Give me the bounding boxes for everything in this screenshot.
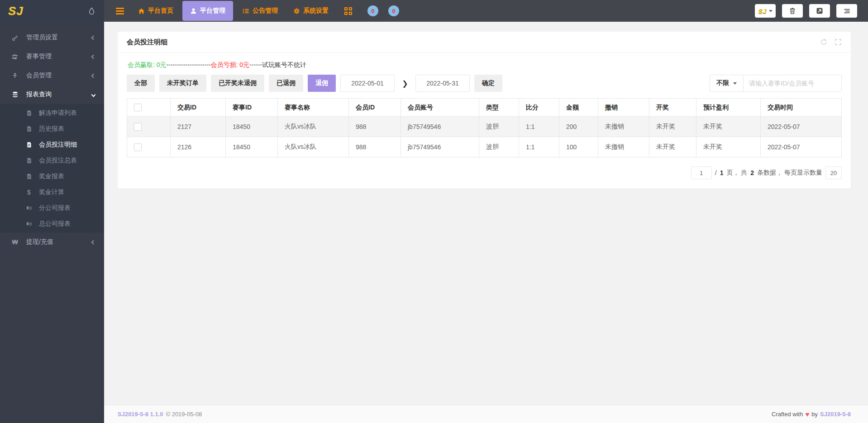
logo-text: SJ [8,4,24,18]
sidebar-item-admin-settings[interactable]: 管理员设置 [0,28,104,47]
menu-list-icon [843,8,851,14]
col-header: 会员ID [349,99,401,117]
filter-undrawn-orders-button[interactable]: 未开奖订单 [159,75,206,92]
confirm-button[interactable]: 确定 [474,75,502,92]
nav-item-system-settings[interactable]: 系统设置 [286,0,336,22]
document-icon [25,173,33,180]
refresh-icon[interactable] [820,38,827,46]
menu-list-button[interactable] [836,4,857,18]
nav-item-label: 公告管理 [253,7,278,15]
sidebar-subitem-member-bet-detail[interactable]: 会员投注明细 [0,137,104,152]
scope-dropdown-button[interactable]: 不限 [710,75,744,91]
nav-item-platform-home[interactable]: 平台首页 [130,0,181,22]
sidebar-subitem-unfreeze-list[interactable]: 解冻申请列表 [0,105,104,121]
droplet-icon[interactable] [88,7,95,15]
notification-badge-1[interactable]: 0 [367,5,378,16]
dollar-icon: $ [25,189,33,196]
cell-expected-profit: 未开奖 [696,137,761,157]
sidebar-subitem-label: 解冻申请列表 [39,109,77,117]
crafted-by-text: by [811,411,818,418]
document-icon [25,142,33,148]
external-link-button[interactable] [809,4,830,18]
sidebar-subitem-branch-report[interactable]: 分公司报表 [0,200,104,216]
footer-brand-link[interactable]: SJ2019-5-8 [820,411,851,418]
sidebar-subitem-head-office-report[interactable]: 总公司报表 [0,216,104,232]
logo-dropdown-button[interactable]: SJ [755,4,776,18]
col-header: 开奖 [649,99,696,117]
bet-detail-table: 交易ID 赛事ID 赛事名称 会员ID 会员账号 类型 比分 金额 撤销 开奖 … [127,98,842,157]
sidebar-item-report-query[interactable]: 报表查询 [0,85,104,104]
cell-trade-time: 2022-05-07 [761,117,842,137]
cell-cancel-status: 未撤销 [598,137,649,157]
fullscreen-icon[interactable] [835,38,842,46]
sidebar-subitem-member-bet-summary[interactable]: 会员投注总表 [0,152,104,168]
select-all-checkbox[interactable] [134,104,142,111]
sidebar-subitem-bonus-calc[interactable]: $ 奖金计算 [0,184,104,200]
sidebar-subitem-bonus-report[interactable]: 奖金报表 [0,168,104,184]
list-report-icon [25,205,33,211]
chevron-left-icon [91,73,96,78]
date-from-input[interactable] [340,75,395,92]
sidebar-item-withdraw-deposit[interactable]: ₩ 提现/充值 [0,233,104,252]
col-header: 预计盈利 [696,99,761,117]
sidebar-item-member-manage[interactable]: 会员管理 [0,66,104,85]
filter-all-button[interactable]: 全部 [127,75,155,92]
search-input[interactable] [744,75,841,91]
won-currency-icon: ₩ [11,238,19,246]
filter-drawn-unrebated-button[interactable]: 已开奖未退佣 [211,75,264,92]
total-pages: 1 [720,169,724,176]
top-navbar: SJ 平台首页 平台管理 公告管理 [0,0,868,22]
filter-rebate-button-active[interactable]: 退佣 [308,75,336,92]
filter-row: 全部 未开奖订单 已开奖未退佣 已退佣 退佣 ❯ 确定 不限 [127,75,842,92]
footer-version-link[interactable]: SJ2019-5-8 1.1.0 [118,411,163,418]
col-header: 会员账号 [401,99,479,117]
member-win-value: 0元 [157,61,167,68]
person-icon [11,72,19,79]
sidebar-item-label: 提现/充值 [26,238,53,246]
hamburger-icon[interactable] [110,8,130,14]
card-body: 会员赢取: 0元---------------------会员亏损: 0元---… [118,53,851,188]
cell-expected-profit: 未开奖 [696,117,761,137]
col-header: 赛事ID [226,99,278,117]
trash-button[interactable] [782,4,803,18]
cell-draw-status: 未开奖 [649,137,696,157]
sidebar-item-match-manage[interactable]: 赛事管理 [0,47,104,66]
filter-rebated-button[interactable]: 已退佣 [269,75,303,92]
row-checkbox[interactable] [134,143,142,151]
member-loss-value: 0元 [239,61,249,68]
sidebar-subitem-history-report[interactable]: 历史报表 [0,121,104,137]
date-to-input[interactable] [415,75,470,92]
row-checkbox[interactable] [134,123,142,131]
nav-item-platform-manage[interactable]: 平台管理 [182,1,233,21]
stats-note: 试玩账号不统计 [262,61,306,68]
caret-down-icon [733,82,737,86]
report-submenu: 解冻申请列表 历史报表 会员投注明细 会员投注总表 奖金报表 $ 奖金计算 分公… [0,104,104,233]
col-header: 交易ID [171,99,226,117]
grid-apps-icon[interactable] [344,7,352,15]
footer-copyright: © 2019-05-08 [166,411,202,418]
col-header: 类型 [479,99,519,117]
cell-match-id: 18450 [226,137,278,157]
pager-label-items: 条数据， 每页显示数量 [757,169,822,177]
database-icon [11,91,19,98]
nav-item-announcement-manage[interactable]: 公告管理 [234,0,286,22]
table-header-row: 交易ID 赛事ID 赛事名称 会员ID 会员账号 类型 比分 金额 撤销 开奖 … [127,99,842,117]
document-icon [25,126,33,132]
group-icon [11,53,19,60]
pager-label-pages: 页， 共 [726,169,747,177]
sidebar-subitem-label: 分公司报表 [39,204,71,212]
cell-amount: 200 [559,117,598,137]
sidebar-subitem-label: 会员投注明细 [39,141,77,149]
notification-badge-2[interactable]: 0 [388,5,399,16]
main-content: 会员投注明细 会员赢取: 0元---------------------会员亏损… [104,22,868,405]
cell-draw-status: 未开奖 [649,117,696,137]
gear-icon [293,8,300,14]
page-size-input[interactable] [825,166,842,179]
sidebar-subitem-label: 奖金计算 [39,188,64,196]
col-header: 交易时间 [761,99,842,117]
sidebar-subitem-label: 历史报表 [39,125,64,133]
logo[interactable]: SJ [0,0,104,22]
cell-amount: 100 [559,137,598,157]
page-number-input[interactable] [691,166,712,179]
page-title: 会员投注明细 [127,38,167,47]
